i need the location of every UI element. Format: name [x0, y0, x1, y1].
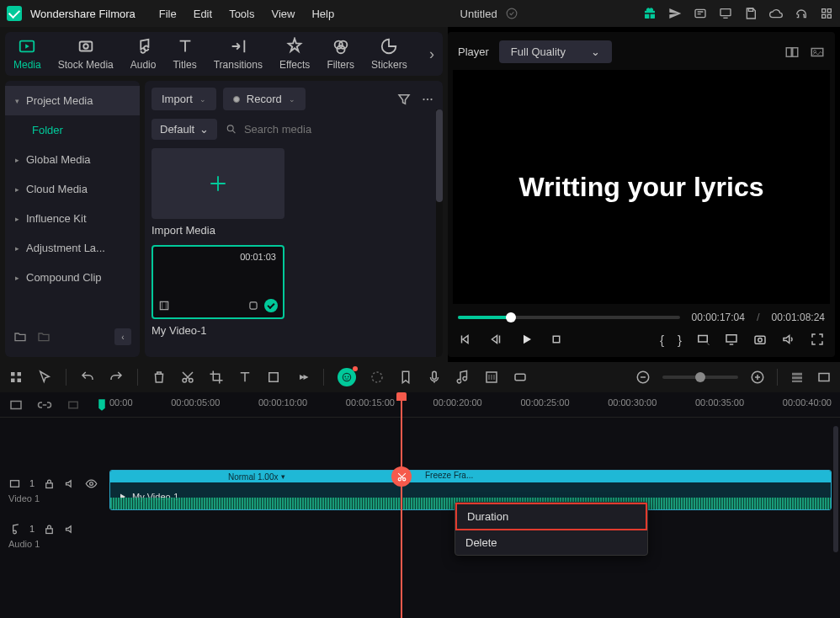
text-tool-icon[interactable] — [237, 370, 253, 385]
lock-icon[interactable] — [43, 523, 56, 535]
sidebar-item-compound-clip[interactable]: ▸Compound Clip — [5, 263, 140, 292]
import-button[interactable]: Import⌄ — [152, 88, 216, 110]
mute-icon[interactable] — [64, 477, 77, 490]
svg-point-28 — [758, 338, 763, 343]
fullscreen-icon[interactable] — [810, 332, 825, 347]
apps-grid-icon[interactable] — [820, 7, 833, 20]
headphones-icon[interactable] — [795, 7, 808, 20]
widgets-icon[interactable] — [8, 370, 24, 385]
playhead-cut-button[interactable] — [391, 466, 412, 487]
caption-box-icon[interactable] — [513, 370, 528, 385]
send-icon[interactable] — [668, 7, 682, 20]
import-media-slot[interactable] — [152, 148, 284, 219]
tab-transitions[interactable]: Transitions — [214, 37, 263, 71]
sidebar-item-adjustment-layer[interactable]: ▸Adjustment La... — [5, 233, 140, 263]
tab-stickers[interactable]: Stickers — [371, 37, 407, 71]
bookmark-icon[interactable] — [398, 370, 413, 385]
compare-view-icon[interactable] — [784, 45, 800, 60]
cut-icon[interactable] — [180, 370, 195, 385]
tab-stock-media[interactable]: Stock Media — [58, 37, 114, 71]
menu-file[interactable]: File — [159, 8, 177, 20]
mute-icon[interactable] — [64, 523, 77, 535]
monitor-icon[interactable] — [719, 7, 732, 20]
search-input[interactable] — [244, 123, 436, 136]
context-menu-delete[interactable]: Delete — [455, 530, 647, 555]
lock-icon[interactable] — [43, 477, 56, 490]
zoom-out-icon[interactable] — [635, 370, 651, 385]
context-menu-duration[interactable]: Duration — [455, 503, 647, 530]
play-backward-icon[interactable] — [488, 332, 503, 347]
stop-icon[interactable] — [549, 332, 564, 347]
sidebar-item-global-media[interactable]: ▸Global Media — [5, 145, 140, 174]
ai-tools-button[interactable] — [338, 368, 356, 386]
cloud-icon[interactable] — [769, 7, 783, 20]
redo-icon[interactable] — [109, 370, 124, 385]
tab-filters[interactable]: Filters — [327, 37, 354, 71]
media-scrollbar-thumb[interactable] — [436, 109, 443, 202]
aspect-ratio-icon[interactable] — [695, 332, 710, 347]
timeline: 00:00 00:00:05:00 00:00:10:00 00:00:15:0… — [0, 392, 840, 618]
camera-icon[interactable] — [752, 332, 768, 347]
tabs-scroll-right-icon[interactable]: › — [429, 45, 434, 63]
player-preview[interactable]: Writting your lyrics — [453, 70, 830, 304]
player-progress-slider[interactable] — [458, 316, 680, 319]
tab-titles[interactable]: Titles — [173, 37, 196, 71]
visibility-icon[interactable] — [85, 477, 98, 490]
prev-frame-icon[interactable] — [458, 332, 473, 347]
sidebar-item-influence-kit[interactable]: ▸Influence Kit — [5, 204, 140, 233]
sidebar-collapse-button[interactable]: ‹ — [114, 328, 131, 345]
undo-icon[interactable] — [80, 370, 95, 385]
mixer-icon[interactable] — [484, 370, 499, 385]
menu-edit[interactable]: Edit — [194, 8, 212, 20]
tab-audio[interactable]: Audio — [130, 37, 157, 71]
timeline-ruler[interactable]: 00:00 00:00:05:00 00:00:10:00 00:00:15:0… — [109, 397, 832, 413]
snapshot-frame-icon[interactable] — [810, 45, 825, 60]
player-quality-select[interactable]: Full Quality⌄ — [499, 40, 612, 63]
timeline-scrollbar-thumb[interactable] — [833, 426, 838, 552]
zoom-in-icon[interactable] — [750, 370, 765, 385]
mark-in-icon[interactable]: { — [660, 333, 664, 347]
record-button[interactable]: Record⌄ — [223, 88, 306, 110]
select-tool-icon[interactable] — [37, 370, 52, 385]
save-icon[interactable] — [744, 7, 758, 20]
track-view-icon[interactable] — [789, 370, 805, 385]
new-bin-icon[interactable] — [37, 330, 51, 344]
tl-media-icon[interactable] — [8, 397, 24, 413]
fit-zoom-icon[interactable] — [816, 370, 832, 385]
mark-out-icon[interactable]: } — [678, 333, 682, 347]
menu-help[interactable]: Help — [311, 8, 334, 20]
zoom-slider[interactable] — [662, 376, 738, 379]
menu-view[interactable]: View — [271, 8, 295, 20]
tl-link-icon[interactable] — [37, 397, 52, 413]
sidebar-item-project-media[interactable]: ▾Project Media — [5, 86, 140, 115]
menu-tools[interactable]: Tools — [229, 8, 254, 20]
play-icon[interactable] — [518, 332, 534, 347]
chevron-down-icon[interactable]: ▾ — [281, 472, 285, 481]
tab-media[interactable]: Media — [13, 37, 41, 71]
more-tools-icon[interactable] — [295, 370, 310, 385]
music-note-icon[interactable] — [455, 370, 471, 385]
delete-icon[interactable] — [152, 370, 167, 385]
media-clip-thumbnail[interactable]: 00:01:03 — [152, 245, 284, 319]
settings-small-icon[interactable] — [247, 300, 259, 312]
mic-icon[interactable] — [427, 370, 442, 385]
tab-effects[interactable]: Effects — [279, 37, 310, 71]
message-icon[interactable] — [694, 7, 707, 20]
new-folder-icon[interactable] — [13, 330, 27, 344]
sidebar-item-cloud-media[interactable]: ▸Cloud Media — [5, 174, 140, 204]
more-icon[interactable] — [419, 91, 436, 108]
video-track-icon — [8, 477, 21, 490]
playhead-head-icon[interactable] — [396, 392, 407, 401]
gift-icon[interactable] — [643, 7, 657, 20]
display-export-icon[interactable] — [724, 332, 739, 347]
crop-icon[interactable] — [209, 370, 224, 385]
sort-default-button[interactable]: Default⌄ — [152, 119, 217, 140]
resize-icon[interactable] — [266, 370, 281, 385]
volume-icon[interactable] — [781, 332, 796, 347]
tl-marker-icon[interactable] — [94, 397, 109, 413]
playhead[interactable] — [401, 392, 402, 618]
sidebar-item-folder[interactable]: Folder — [5, 115, 140, 145]
audio-track-index: 1 — [29, 524, 35, 534]
filter-icon[interactable] — [396, 91, 412, 108]
color-icon[interactable] — [369, 370, 385, 385]
